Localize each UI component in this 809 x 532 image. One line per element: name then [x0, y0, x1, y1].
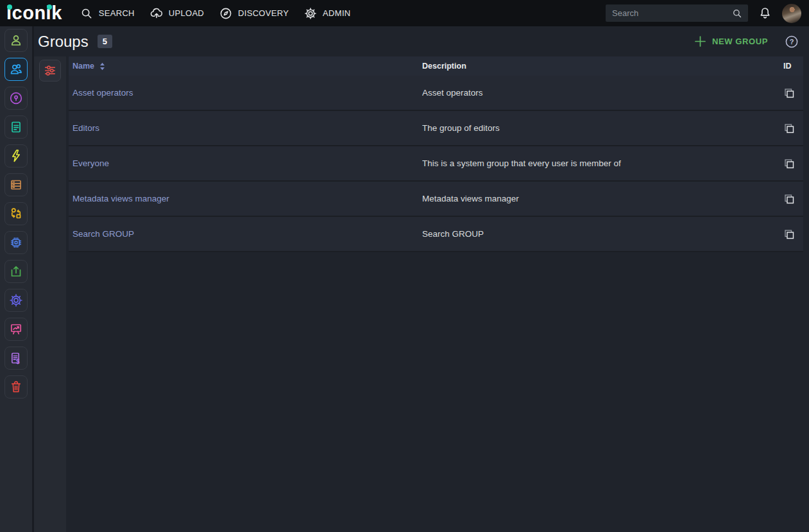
column-header-id: ID	[783, 62, 803, 71]
table-row: Editors The group of editors	[69, 111, 803, 146]
help-icon: ?	[785, 35, 799, 49]
copy-id-button[interactable]	[783, 228, 795, 240]
help-button[interactable]: ?	[785, 35, 799, 49]
svg-text:$: $	[16, 358, 20, 365]
global-search-box	[606, 4, 748, 22]
sidebar-item-transcoders[interactable]	[4, 202, 28, 225]
chart-board-icon	[8, 322, 24, 337]
logo-dot-icon	[47, 4, 52, 10]
notifications-bell-icon[interactable]	[758, 6, 772, 21]
compass-icon	[219, 6, 233, 21]
app-body: $ Groups 5 NEW GROUP	[0, 26, 809, 532]
group-name-link[interactable]: Asset operators	[72, 88, 133, 98]
search-icon[interactable]	[731, 8, 743, 19]
lightning-icon	[8, 148, 24, 164]
page-header: Groups 5 NEW GROUP ?	[34, 26, 809, 56]
group-name-link[interactable]: Everyone	[72, 159, 109, 168]
column-header-description: Description	[422, 62, 783, 71]
trash-icon	[8, 379, 24, 395]
nav-search[interactable]: SEARCH	[80, 6, 135, 21]
sidebar-item-recycle-bin[interactable]	[4, 375, 28, 399]
cpu-icon	[8, 235, 24, 250]
nav-label: UPLOAD	[169, 8, 204, 18]
table-row: Search GROUP Search GROUP	[69, 217, 803, 252]
app-logo[interactable]: iconik	[6, 4, 62, 22]
app-window: iconik SEARCH UPLOAD	[0, 0, 809, 532]
copy-id-button[interactable]	[783, 158, 795, 169]
admin-sidebar: $	[0, 26, 34, 532]
sidebar-item-access-control[interactable]	[4, 87, 28, 110]
nav-label: DISCOVERY	[238, 8, 289, 18]
filter-rail	[34, 56, 66, 532]
table-row: Everyone This is a system group that eve…	[69, 146, 803, 182]
user-icon	[8, 33, 24, 48]
sliders-icon	[42, 63, 58, 78]
group-description: Search GROUP	[422, 229, 783, 239]
group-count-badge: 5	[98, 35, 112, 48]
filter-button[interactable]	[39, 60, 61, 82]
lock-circle-icon	[8, 90, 24, 106]
groups-table: Name Description ID Asset operators Asse…	[66, 56, 809, 532]
column-header-name[interactable]: Name	[69, 62, 422, 71]
copy-id-button[interactable]	[783, 87, 795, 99]
primary-nav: SEARCH UPLOAD DISCOVERY	[80, 6, 351, 21]
topbar-right	[606, 4, 801, 23]
plus-icon	[694, 35, 706, 47]
content-area: Name Description ID Asset operators Asse…	[34, 56, 809, 532]
table-row: Asset operators Asset operators	[69, 76, 803, 111]
group-name-link[interactable]: Metadata views manager	[72, 194, 169, 203]
nav-upload[interactable]: UPLOAD	[149, 6, 204, 21]
sort-icon	[99, 62, 105, 71]
nav-label: SEARCH	[99, 8, 135, 18]
sidebar-item-settings[interactable]	[4, 289, 28, 312]
sidebar-item-metadata-views[interactable]	[4, 116, 28, 139]
upload-cloud-icon	[149, 6, 164, 21]
sidebar-item-exports[interactable]	[4, 260, 28, 283]
page-title: Groups	[38, 33, 89, 51]
copy-id-button[interactable]	[783, 193, 795, 205]
nav-admin[interactable]: ADMIN	[303, 6, 350, 21]
sidebar-item-jobs[interactable]	[4, 231, 28, 254]
svg-text:?: ?	[790, 38, 794, 46]
top-navigation-bar: iconik SEARCH UPLOAD	[0, 0, 809, 26]
group-description: Asset operators	[422, 88, 783, 98]
main-content: Groups 5 NEW GROUP ?	[34, 26, 809, 532]
app-logo-text: iconik	[6, 3, 62, 23]
group-description: Metadata views manager	[422, 194, 783, 203]
search-icon	[80, 6, 94, 21]
server-icon	[8, 177, 24, 193]
gear-icon	[303, 6, 318, 21]
sidebar-item-automations[interactable]	[4, 144, 28, 167]
sidebar-item-users[interactable]	[4, 29, 28, 52]
logo-dot-icon	[7, 4, 12, 10]
sidebar-item-storages[interactable]	[4, 173, 28, 196]
new-group-button[interactable]: NEW GROUP	[694, 35, 768, 47]
document-lines-icon	[8, 119, 24, 135]
nav-discovery[interactable]: DISCOVERY	[219, 6, 289, 21]
copy-id-button[interactable]	[783, 123, 795, 134]
export-icon	[8, 264, 24, 279]
group-icon	[8, 62, 24, 77]
settings-gear-icon	[8, 293, 24, 308]
sidebar-item-groups[interactable]	[4, 58, 28, 81]
group-name-link[interactable]: Editors	[72, 123, 99, 133]
new-group-label: NEW GROUP	[712, 37, 768, 46]
nav-label: ADMIN	[323, 8, 350, 18]
invoice-icon: $	[8, 350, 24, 366]
table-row: Metadata views manager Metadata views ma…	[69, 182, 803, 217]
group-description: This is a system group that every user i…	[422, 159, 783, 168]
sidebar-item-stats[interactable]	[4, 318, 28, 341]
group-description: The group of editors	[422, 123, 783, 133]
table-header-row: Name Description ID	[69, 56, 803, 76]
sidebar-item-billing[interactable]: $	[4, 347, 28, 370]
swap-icon	[8, 206, 24, 221]
search-input[interactable]	[606, 8, 731, 18]
user-avatar[interactable]	[782, 4, 801, 23]
group-name-link[interactable]: Search GROUP	[72, 229, 134, 239]
